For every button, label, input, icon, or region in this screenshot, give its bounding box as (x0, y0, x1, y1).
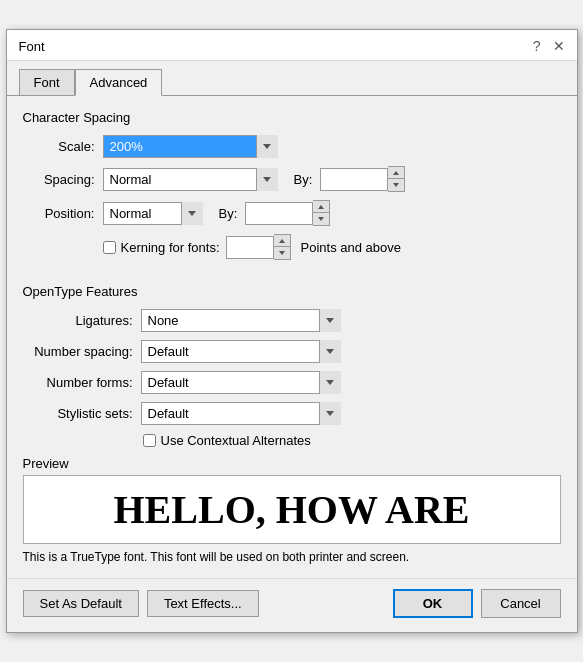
title-bar-controls: ? ✕ (533, 38, 565, 54)
ok-button[interactable]: OK (393, 589, 473, 618)
spacing-select-wrapper: Normal Expanded Condensed (103, 168, 278, 191)
text-effects-button[interactable]: Text Effects... (147, 590, 259, 617)
spacing-spinner-up-button[interactable] (388, 167, 404, 179)
scale-label: Scale: (23, 139, 95, 154)
spacing-row: Spacing: Normal Expanded Condensed By: (23, 166, 561, 192)
position-row: Position: Normal Raised Lowered By: (23, 200, 561, 226)
section-divider (23, 268, 561, 280)
spacing-spinner-btns (388, 166, 405, 192)
kerning-checkbox[interactable] (103, 241, 116, 254)
preview-text: HELLO, HOW ARE (113, 486, 469, 533)
ligatures-select[interactable]: None Standard Only Standard and Contextu… (141, 309, 341, 332)
spacing-by-label: By: (294, 172, 313, 187)
stylistic-sets-select-wrapper: Default 1 2 3 (141, 402, 341, 425)
opentype-section: OpenType Features Ligatures: None Standa… (23, 284, 561, 448)
dialog-footer: Set As Default Text Effects... OK Cancel (7, 578, 577, 632)
position-spinner-down-button[interactable] (313, 213, 329, 225)
kerning-label-text: Kerning for fonts: (121, 240, 220, 255)
kerning-label: Kerning for fonts: (121, 240, 220, 255)
stylistic-sets-select[interactable]: Default 1 2 3 (141, 402, 341, 425)
title-bar-left: Font (19, 39, 45, 54)
close-icon[interactable]: ✕ (553, 38, 565, 54)
stylistic-sets-label: Stylistic sets: (23, 406, 133, 421)
preview-box: HELLO, HOW ARE (23, 475, 561, 544)
spacing-select[interactable]: Normal Expanded Condensed (103, 168, 278, 191)
number-spacing-row: Number spacing: Default Proportional Tab… (23, 340, 561, 363)
cancel-button[interactable]: Cancel (481, 589, 561, 618)
preview-description: This is a TrueType font. This font will … (23, 550, 561, 564)
number-forms-select-wrapper: Default Lining Old-style (141, 371, 341, 394)
contextual-label-text: Use Contextual Alternates (161, 433, 311, 448)
footer-left: Set As Default Text Effects... (23, 590, 259, 617)
opentype-label: OpenType Features (23, 284, 561, 299)
contextual-checkbox-label: Use Contextual Alternates (143, 433, 311, 448)
number-forms-select[interactable]: Default Lining Old-style (141, 371, 341, 394)
ligatures-label: Ligatures: (23, 313, 133, 328)
position-label: Position: (23, 206, 95, 221)
kerning-pts-spinner (226, 234, 291, 260)
tab-font[interactable]: Font (19, 69, 75, 95)
position-spinner-btns (313, 200, 330, 226)
position-select-wrapper: Normal Raised Lowered (103, 202, 203, 225)
contextual-checkbox[interactable] (143, 434, 156, 447)
footer-right: OK Cancel (393, 589, 561, 618)
scale-row: Scale: 200% 100% 150% 90% 80% (23, 135, 561, 158)
kerning-row: Kerning for fonts: Points and above (103, 234, 561, 260)
dialog-title: Font (19, 39, 45, 54)
character-spacing-label: Character Spacing (23, 110, 561, 125)
spacing-by-input[interactable] (320, 168, 388, 191)
kerning-checkbox-label: Kerning for fonts: (103, 240, 220, 255)
tab-content-advanced: Character Spacing Scale: 200% 100% 150% … (7, 95, 577, 578)
preview-section: Preview HELLO, HOW ARE This is a TrueTyp… (23, 456, 561, 564)
position-spinner-up-button[interactable] (313, 201, 329, 213)
position-by-label: By: (219, 206, 238, 221)
ligatures-select-wrapper: None Standard Only Standard and Contextu… (141, 309, 341, 332)
kerning-down-arrow-icon (279, 251, 285, 255)
kerning-pts-input[interactable] (226, 236, 274, 259)
number-spacing-label: Number spacing: (23, 344, 133, 359)
title-bar: Font ? ✕ (7, 30, 577, 61)
position-up-arrow-icon (318, 205, 324, 209)
spacing-label: Spacing: (23, 172, 95, 187)
help-icon[interactable]: ? (533, 38, 541, 54)
font-dialog: Font ? ✕ Font Advanced Character Spacing… (6, 29, 578, 633)
spacing-by-spinner (320, 166, 405, 192)
spacing-up-arrow-icon (393, 171, 399, 175)
kerning-spinner-down-button[interactable] (274, 247, 290, 259)
position-by-spinner (245, 200, 330, 226)
kerning-spinner-btns (274, 234, 291, 260)
number-forms-row: Number forms: Default Lining Old-style (23, 371, 561, 394)
contextual-row: Use Contextual Alternates (143, 433, 561, 448)
spacing-spinner-down-button[interactable] (388, 179, 404, 191)
scale-select-wrapper: 200% 100% 150% 90% 80% (103, 135, 278, 158)
preview-label: Preview (23, 456, 561, 471)
kerning-pts-label: Points and above (301, 240, 401, 255)
stylistic-sets-row: Stylistic sets: Default 1 2 3 (23, 402, 561, 425)
set-as-default-button[interactable]: Set As Default (23, 590, 139, 617)
position-down-arrow-icon (318, 217, 324, 221)
position-select[interactable]: Normal Raised Lowered (103, 202, 203, 225)
number-spacing-select-wrapper: Default Proportional Tabular (141, 340, 341, 363)
number-spacing-select[interactable]: Default Proportional Tabular (141, 340, 341, 363)
kerning-spinner-up-button[interactable] (274, 235, 290, 247)
kerning-up-arrow-icon (279, 239, 285, 243)
position-by-input[interactable] (245, 202, 313, 225)
number-forms-label: Number forms: (23, 375, 133, 390)
scale-select[interactable]: 200% 100% 150% 90% 80% (103, 135, 278, 158)
tabs: Font Advanced (7, 61, 577, 95)
spacing-down-arrow-icon (393, 183, 399, 187)
tab-advanced[interactable]: Advanced (75, 69, 163, 96)
ligatures-row: Ligatures: None Standard Only Standard a… (23, 309, 561, 332)
